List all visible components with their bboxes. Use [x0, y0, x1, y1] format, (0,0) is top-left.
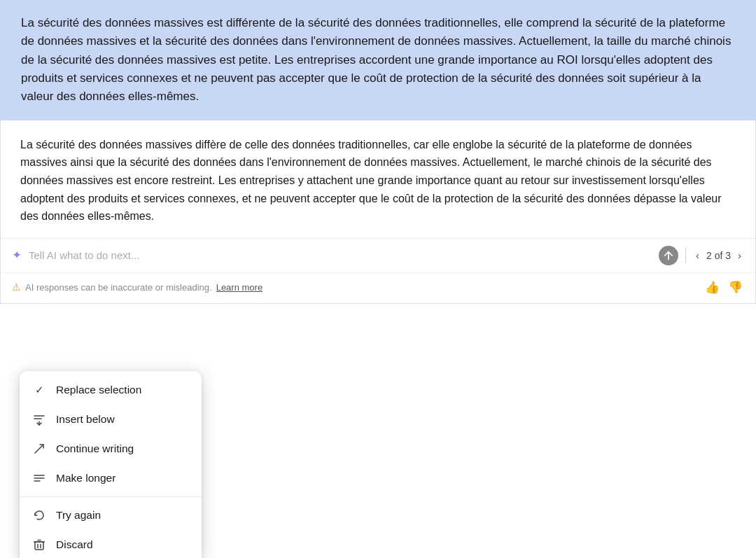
continue-writing-label: Continue writing — [56, 442, 134, 455]
feedback-buttons: 👍 👎 — [704, 279, 744, 296]
ai-panel: La sécurité des données massives diffère… — [0, 120, 756, 304]
insert-below-icon — [32, 412, 46, 426]
checkmark-icon: ✓ — [32, 383, 46, 397]
nav-prev-button[interactable]: ‹ — [693, 248, 702, 263]
nav-controls: ‹ 2 of 3 › — [693, 248, 744, 263]
menu-item-try-again[interactable]: Try again — [20, 501, 202, 530]
replace-selection-label: Replace selection — [56, 384, 141, 396]
ai-input-row: ✦ Tell AI what to do next... ‹ 2 of 3 › — [1, 238, 755, 272]
menu-item-discard[interactable]: Discard — [20, 530, 202, 558]
send-icon — [664, 251, 673, 260]
discard-label: Discard — [56, 538, 93, 551]
menu-item-replace-selection[interactable]: ✓ Replace selection — [20, 375, 202, 405]
warning-message: AI responses can be inaccurate or mislea… — [25, 282, 212, 293]
continue-writing-icon — [32, 442, 46, 456]
make-longer-label: Make longer — [56, 472, 115, 484]
learn-more-link[interactable]: Learn more — [216, 282, 262, 293]
selected-text-block: La sécurité des données massives est dif… — [0, 0, 756, 120]
make-longer-icon — [32, 471, 46, 485]
warning-icon: ⚠ — [12, 281, 21, 293]
warning-row: ⚠ AI responses can be inaccurate or misl… — [1, 272, 755, 303]
menu-item-make-longer[interactable]: Make longer — [20, 463, 202, 493]
dropdown-menu: ✓ Replace selection Insert below — [20, 371, 202, 558]
ai-response-text: La sécurité des données massives diffère… — [1, 120, 755, 238]
insert-below-label: Insert below — [56, 413, 115, 426]
menu-divider — [20, 496, 202, 497]
ai-sparkle-icon: ✦ — [12, 248, 22, 263]
thumbs-up-button[interactable]: 👍 — [704, 279, 721, 296]
nav-next-button[interactable]: › — [735, 248, 744, 263]
warning-text: ⚠ AI responses can be inaccurate or misl… — [12, 281, 262, 293]
try-again-label: Try again — [56, 509, 101, 522]
try-again-icon — [32, 508, 46, 522]
send-button[interactable] — [659, 246, 678, 265]
discard-icon — [32, 538, 46, 552]
ai-input-controls: ‹ 2 of 3 › — [659, 246, 744, 265]
menu-item-insert-below[interactable]: Insert below — [20, 405, 202, 434]
ai-input-placeholder[interactable]: Tell AI what to do next... — [29, 249, 652, 261]
svg-rect-7 — [35, 542, 43, 550]
thumbs-down-button[interactable]: 👎 — [727, 279, 744, 296]
menu-item-continue-writing[interactable]: Continue writing — [20, 434, 202, 463]
svg-line-3 — [35, 445, 43, 453]
vertical-divider — [685, 248, 686, 263]
nav-count: 2 of 3 — [706, 250, 731, 261]
main-container: La sécurité des données massives est dif… — [0, 0, 756, 558]
